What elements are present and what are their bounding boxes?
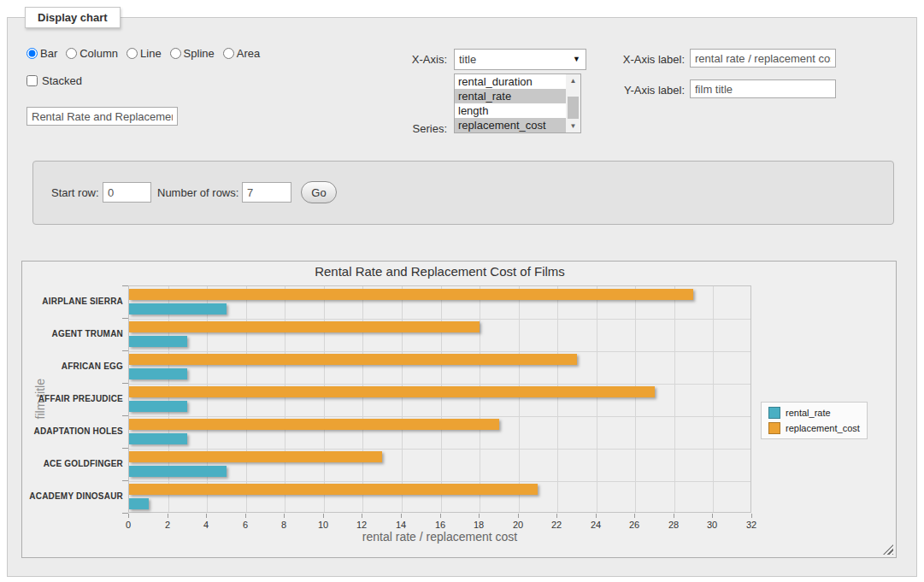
legend-item-replacement_cost[interactable]: replacement_cost xyxy=(768,422,860,434)
num-rows-input[interactable] xyxy=(242,182,291,203)
gridline-v xyxy=(557,286,558,512)
start-row-label: Start row: xyxy=(51,186,99,199)
x-tick-label: 24 xyxy=(585,520,607,530)
num-rows-label: Number of rows: xyxy=(157,186,238,199)
series-option-rental_rate[interactable]: rental_rate xyxy=(455,89,566,103)
x-tick xyxy=(556,514,557,518)
category-label: AGENT TRUMAN xyxy=(22,329,123,338)
chart-type-line[interactable]: Line xyxy=(127,47,162,60)
chart-x-axis-label: rental rate / replacement cost xyxy=(128,530,751,544)
y-axis-label-input[interactable] xyxy=(690,79,836,98)
y-axis-label-label: Y-Axis label: xyxy=(555,84,685,97)
bar-replacement_cost xyxy=(129,321,480,332)
x-tick xyxy=(518,514,519,518)
legend-label: replacement_cost xyxy=(786,423,860,433)
category-label: ACE GOLDFINGER xyxy=(22,459,123,468)
chart-type-label: Spline xyxy=(184,47,215,60)
stacked-checkbox-row[interactable]: Stacked xyxy=(26,74,82,87)
bar-replacement_cost xyxy=(129,419,499,430)
chart-title-input[interactable] xyxy=(26,107,178,126)
chart-type-radio-area[interactable] xyxy=(223,48,234,59)
y-tick xyxy=(122,415,128,416)
x-tick xyxy=(479,514,480,518)
x-tick xyxy=(440,514,441,518)
category-label: ADAPTATION HOLES xyxy=(22,426,123,436)
gridline-h xyxy=(129,319,750,320)
x-tick xyxy=(674,514,674,518)
gridline-v xyxy=(362,286,363,512)
category-label: ACADEMY DINOSAUR xyxy=(22,491,123,501)
go-button[interactable]: Go xyxy=(301,181,337,203)
chart-type-bar[interactable]: Bar xyxy=(26,47,57,60)
x-tick xyxy=(751,514,752,518)
chart-panel: Rental Rate and Replacement Cost of Film… xyxy=(21,261,897,558)
series-option-length[interactable]: length xyxy=(455,103,566,118)
gridline-v xyxy=(480,286,480,512)
y-tick xyxy=(122,383,128,384)
gridline-h xyxy=(129,416,750,417)
scroll-thumb[interactable] xyxy=(568,97,579,119)
x-tick-label: 22 xyxy=(545,520,568,530)
gridline-h xyxy=(129,351,750,352)
chart-type-column[interactable]: Column xyxy=(66,47,118,60)
x-tick xyxy=(168,514,168,518)
legend-swatch xyxy=(768,407,780,419)
x-tick xyxy=(362,514,362,518)
chart-type-label: Area xyxy=(237,47,260,60)
gridline-v xyxy=(402,286,403,512)
gridline-v xyxy=(674,286,675,512)
chart-type-radio-line[interactable] xyxy=(127,48,138,59)
series-label: Series: xyxy=(367,122,447,135)
chart-title: Rental Rate and Replacement Cost of Film… xyxy=(128,264,751,279)
chart-type-label: Column xyxy=(79,47,118,60)
gridline-v xyxy=(635,286,636,512)
x-tick-label: 2 xyxy=(156,520,179,530)
x-tick xyxy=(206,514,207,518)
x-tick-label: 28 xyxy=(662,520,685,530)
x-tick xyxy=(323,514,324,518)
bar-rental_rate xyxy=(129,466,227,477)
plot-area xyxy=(128,285,751,513)
chart-type-radio-spline[interactable] xyxy=(170,48,181,59)
series-option-replacement_cost[interactable]: replacement_cost xyxy=(455,118,566,132)
x-axis-label-label: X-Axis label: xyxy=(555,53,685,66)
gridline-v xyxy=(713,286,714,512)
x-tick-label: 10 xyxy=(312,520,334,530)
chart-type-area[interactable]: Area xyxy=(223,47,260,60)
x-axis-label-input[interactable] xyxy=(690,49,836,68)
gridline-v xyxy=(207,286,208,512)
series-option-rental_duration[interactable]: rental_duration xyxy=(455,74,566,89)
x-tick xyxy=(712,514,713,518)
scroll-down-icon[interactable]: ▼ xyxy=(566,120,580,132)
bar-rental_rate xyxy=(129,401,187,412)
gridline-v xyxy=(246,286,247,512)
x-tick xyxy=(596,514,597,518)
start-row-input[interactable] xyxy=(103,182,151,203)
legend-label: rental_rate xyxy=(786,408,831,418)
stacked-checkbox[interactable] xyxy=(26,75,38,86)
x-tick-label: 8 xyxy=(273,520,295,530)
x-tick-label: 12 xyxy=(350,520,373,530)
x-tick-label: 20 xyxy=(507,520,529,530)
x-tick xyxy=(401,514,402,518)
y-tick xyxy=(122,480,128,481)
chart-type-radio-bar[interactable] xyxy=(26,48,38,59)
bar-replacement_cost xyxy=(129,451,382,462)
y-tick xyxy=(122,350,128,351)
y-tick xyxy=(122,285,128,286)
x-tick xyxy=(245,514,246,518)
page: Display chart BarColumnLineSplineArea St… xyxy=(0,0,924,582)
resize-handle-icon[interactable] xyxy=(883,544,893,555)
chart-type-spline[interactable]: Spline xyxy=(170,47,215,60)
chart-type-radio-column[interactable] xyxy=(66,48,77,59)
x-tick-label: 4 xyxy=(195,520,217,530)
x-tick-label: 32 xyxy=(740,520,762,530)
bar-replacement_cost xyxy=(129,354,577,365)
chart-legend: rental_ratereplacement_cost xyxy=(761,402,868,439)
bar-rental_rate xyxy=(129,303,227,315)
row-controls-panel: Start row: Number of rows: Go xyxy=(32,161,894,225)
legend-item-rental_rate[interactable]: rental_rate xyxy=(768,407,860,419)
gridline-h xyxy=(129,481,750,482)
series-listbox-options: rental_durationrental_ratelengthreplacem… xyxy=(455,74,566,132)
y-tick xyxy=(122,448,128,449)
